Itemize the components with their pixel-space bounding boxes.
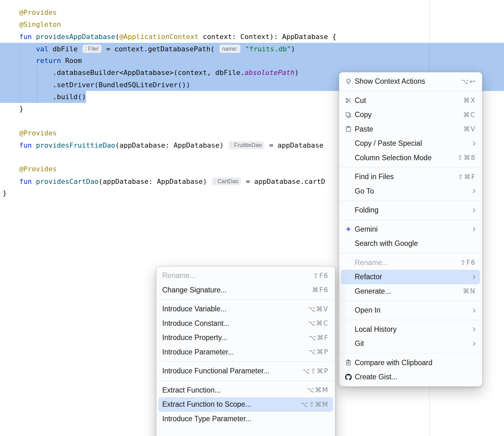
menu-item-generate[interactable]: Generate...⌘N (341, 284, 480, 299)
icon-spacer (345, 240, 352, 247)
menu-item-shortcut: ⌘F6 (312, 286, 329, 294)
menu-item-folding[interactable]: Folding (341, 203, 480, 218)
menu-item-introduce-constant[interactable]: Introduce Constant...⌥⌘C (158, 316, 333, 331)
menu-item-extract-function[interactable]: Extract Function...⌥⌘M (158, 383, 333, 398)
menu-separator (157, 381, 335, 381)
code-line-content: .setDriver(BundledSQLiteDriver()) (3, 81, 190, 89)
menu-item-label: Extract Function... (162, 386, 220, 394)
code-token: = appDatabase.cartD (242, 178, 325, 185)
code-line-content: fun providesFruittieDao(appDatabase: App… (3, 141, 324, 149)
menu-separator (339, 353, 482, 354)
menu-item-copy[interactable]: Copy⌘C (341, 108, 480, 122)
code-line-content: @Provides (3, 165, 57, 173)
code-line[interactable]: fun providesAppDatabase(@ApplicationCont… (0, 31, 504, 43)
code-line-content: fun providesAppDatabase(@ApplicationCont… (3, 33, 336, 41)
menu-item-copy-paste-special[interactable]: Copy / Paste Special (341, 136, 480, 151)
menu-item-label: Folding (355, 206, 378, 214)
icon-spacer (345, 307, 352, 314)
menu-item-label: Generate... (355, 287, 391, 296)
menu-item-shortcut: ⌥⌘P (308, 348, 329, 356)
lightbulb-icon (345, 78, 352, 85)
menu-item-column-selection-mode[interactable]: Column Selection Mode⇧⌘8 (341, 151, 480, 165)
code-token: ( (115, 33, 119, 41)
menu-item-find-in-files[interactable]: Find in Files⇧⌘F (341, 170, 480, 184)
menu-item-refactor[interactable]: Refactor (341, 270, 480, 284)
menu-item-label: Rename... (355, 258, 388, 267)
code-token: @Provides (19, 129, 57, 137)
menu-item-paste[interactable]: Paste⌘V (341, 122, 480, 137)
menu-item-shortcut: ⌥⌘C (308, 320, 329, 327)
icon-spacer (345, 207, 352, 214)
code-token: @Singleton (19, 20, 61, 28)
code-token: fun (19, 141, 36, 149)
menu-item-introduce-functional-parameter[interactable]: Introduce Functional Parameter...⌥⇧⌘P (158, 364, 333, 378)
menu-item-label: Compare with Clipboard (355, 359, 432, 367)
menu-separator (157, 361, 335, 362)
code-token: dbFile (53, 45, 82, 53)
icon-spacer (345, 288, 352, 295)
menu-item-gemini[interactable]: Gemini (341, 222, 480, 237)
submenu-arrow-icon (472, 208, 476, 213)
menu-item-rename[interactable]: Rename...⇧F6 (158, 269, 333, 283)
code-token (3, 57, 36, 65)
code-token (3, 33, 19, 41)
menu-item-label: Column Selection Mode (355, 154, 432, 162)
menu-item-shortcut: ⌘X (463, 97, 476, 104)
inlay-hint: : FruittieDao (228, 141, 264, 149)
code-line[interactable]: val dbFile : File! = context.getDatabase… (0, 43, 504, 55)
menu-item-introduce-type-parameter[interactable]: Introduce Type Parameter... (158, 412, 333, 426)
submenu-arrow-icon (472, 227, 476, 232)
indent-guide (20, 43, 20, 103)
menu-separator (339, 320, 482, 320)
icon-spacer (345, 340, 352, 347)
menu-item-create-gist[interactable]: Create Gist... (341, 370, 480, 384)
menu-item-label: Gemini (355, 225, 378, 234)
submenu-arrow-icon (472, 341, 476, 346)
code-token: fun (19, 33, 36, 41)
menu-item-shortcut: ⌘C (463, 111, 476, 119)
code-line[interactable]: @Singleton (0, 19, 504, 31)
menu-item-local-history[interactable]: Local History (341, 322, 480, 337)
menu-item-cut[interactable]: Cut⌘X (341, 93, 480, 108)
code-token: } (3, 189, 7, 197)
code-line-content: @Provides (3, 8, 57, 16)
code-token: providesAppDatabase (36, 33, 115, 41)
code-token (3, 20, 19, 28)
menu-item-change-signature[interactable]: Change Signature...⌘F6 (158, 283, 333, 297)
code-line-content: } (3, 105, 23, 113)
menu-item-label: Copy (355, 110, 372, 119)
menu-item-introduce-variable[interactable]: Introduce Variable...⌥⌘V (158, 302, 333, 316)
menu-separator (339, 301, 482, 301)
menu-item-label: Introduce Property... (162, 333, 227, 342)
code-line-content: @Singleton (3, 20, 61, 28)
menu-item-compare-with-clipboard[interactable]: Compare with Clipboard (341, 356, 480, 370)
menu-item-introduce-parameter[interactable]: Introduce Parameter...⌥⌘P (158, 345, 333, 360)
code-token: val (36, 45, 53, 53)
inlay-hint: : File! (83, 45, 101, 53)
menu-item-search-with-google[interactable]: Search with Google (341, 236, 480, 251)
menu-item-extract-function-to-scope[interactable]: Extract Function to Scope...⌥⇧⌘M (158, 397, 333, 412)
submenu-arrow-icon (472, 189, 476, 194)
code-token: context: Context): AppDatabase { (199, 33, 336, 41)
code-token (3, 129, 19, 137)
menu-item-open-in[interactable]: Open In (341, 303, 480, 318)
code-token (3, 45, 36, 53)
scissors-icon (345, 97, 352, 104)
inlay-hint: : CartDao (212, 177, 241, 185)
menu-item-rename[interactable]: Rename...⇧F6 (341, 256, 480, 270)
menu-item-introduce-property[interactable]: Introduce Property...⌥⌘F (158, 331, 333, 345)
menu-item-show-context-actions[interactable]: Show Context Actions⌥↩ (341, 74, 480, 89)
code-line[interactable]: return Room (0, 55, 504, 67)
refactor-submenu: Rename...⇧F6Change Signature...⌘F6Introd… (156, 266, 335, 436)
code-line[interactable]: @Provides (0, 7, 504, 19)
menu-separator (339, 253, 482, 253)
code-token: providesFruittieDao (36, 141, 115, 149)
menu-item-shortcut: ⌥⌘M (307, 386, 329, 394)
menu-item-shortcut: ⌥⌘F (309, 334, 329, 342)
icon-spacer (345, 154, 352, 161)
menu-separator (339, 167, 482, 167)
menu-item-go-to[interactable]: Go To (341, 184, 480, 199)
code-line-content: .build() (0, 91, 86, 103)
menu-item-git[interactable]: Git (341, 337, 480, 351)
menu-item-shortcut: ⌥⇧⌘P (302, 367, 329, 375)
